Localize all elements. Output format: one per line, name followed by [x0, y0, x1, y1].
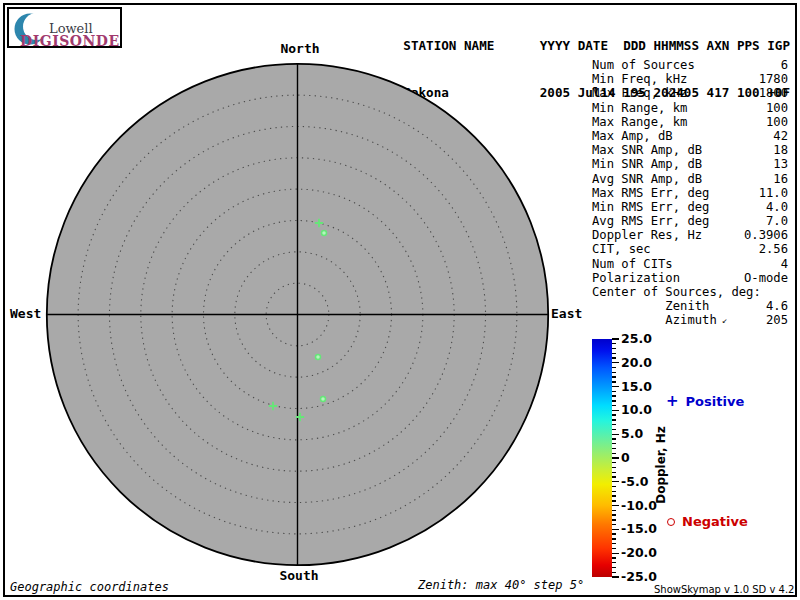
stats-row: Max Freq, kHz1800	[592, 86, 788, 100]
colorbar-minor-tick	[612, 391, 616, 392]
colorbar-minor-tick	[612, 557, 616, 558]
stats-row: Min RMS Err, deg4.0	[592, 200, 788, 214]
stats-value: 42	[773, 129, 788, 143]
colorbar-tick-label: -25.0	[621, 570, 669, 584]
stats-label: CIT, sec	[592, 242, 651, 256]
stats-row: PolarizationO-mode	[592, 271, 788, 285]
stats-value: 16	[773, 172, 788, 186]
colorbar-minor-tick	[612, 467, 616, 468]
stats-label: Max Freq, kHz	[592, 86, 687, 100]
colorbar-minor-tick	[612, 376, 616, 377]
compass-label-east: East	[551, 306, 582, 321]
stats-label: Avg SNR Amp, dB	[592, 172, 702, 186]
colorbar-major-tick	[612, 457, 619, 458]
colorbar-minor-tick	[612, 357, 616, 358]
stats-row: Avg SNR Amp, dB16	[592, 172, 788, 186]
colorbar-minor-tick	[612, 486, 616, 487]
compass-label-west: West	[10, 306, 41, 321]
colorbar-minor-tick	[612, 543, 616, 544]
colorbar-minor-tick	[612, 519, 616, 520]
colorbar-major-tick	[612, 505, 619, 506]
colorbar-minor-tick	[612, 538, 616, 539]
stats-row: Num of CITs4	[592, 257, 788, 271]
colorbar-axis-title: Doppler, Hz	[654, 426, 668, 504]
colorbar-tick-label: 25.0	[621, 332, 669, 346]
colorbar-minor-tick	[612, 348, 616, 349]
stats-label: Max Range, km	[592, 115, 687, 129]
colorbar-tick-label: 10.0	[621, 403, 669, 417]
stats-label: Max Amp, dB	[592, 129, 673, 143]
colorbar-minor-tick	[612, 572, 616, 573]
colorbar-major-tick	[612, 386, 619, 387]
stats-value: 13	[773, 157, 788, 171]
colorbar-minor-tick	[612, 495, 616, 496]
colorbar-minor-tick	[612, 524, 616, 525]
colorbar-major-tick	[612, 338, 619, 339]
stats-row: Max Range, km100	[592, 115, 788, 129]
colorbar-minor-tick	[612, 476, 616, 477]
colorbar-tick-label: 15.0	[621, 380, 669, 394]
colorbar-major-tick	[612, 576, 619, 577]
stats-label: Azimuth	[592, 313, 717, 327]
colorbar-minor-tick	[612, 395, 616, 396]
colorbar-minor-tick	[612, 353, 616, 354]
colorbar-tick-label: -20.0	[621, 546, 669, 560]
colorbar-minor-tick	[612, 491, 616, 492]
stats-value: 18	[773, 143, 788, 157]
colorbar-minor-tick	[612, 367, 616, 368]
skymap-point-negative	[316, 355, 321, 360]
stats-label: Min Freq, kHz	[592, 72, 687, 86]
stats-value: 2.56	[759, 242, 788, 256]
colorbar-minor-tick	[612, 514, 616, 515]
stats-row: Avg RMS Err, deg7.0	[592, 214, 788, 228]
colorbar-minor-tick	[612, 424, 616, 425]
colorbar-minor-tick	[612, 372, 616, 373]
showskymap-window: Lowell DIGISONDE STATION NAME YYYY DATE …	[0, 0, 800, 600]
colorbar-minor-tick	[612, 500, 616, 501]
skymap-point-negative	[322, 231, 327, 236]
colorbar-minor-tick	[612, 405, 616, 406]
stats-value: 205	[766, 313, 788, 327]
colorbar-minor-tick	[612, 419, 616, 420]
stats-label: Avg RMS Err, deg	[592, 214, 709, 228]
stats-row: Zenith4.6	[592, 299, 788, 313]
stats-row: Azimuth↙205	[592, 313, 788, 327]
colorbar-minor-tick	[612, 510, 616, 511]
legend-positive: + Positive	[666, 394, 744, 409]
stats-label: Polarization	[592, 271, 680, 285]
stats-value: 7.0	[766, 214, 788, 228]
azimuth-direction-arrow-icon: ↙	[722, 313, 727, 327]
stats-row: Num of Sources6	[592, 58, 788, 72]
stats-value: 100	[766, 101, 788, 115]
stats-label: Min RMS Err, deg	[592, 200, 709, 214]
compass-label-south: South	[279, 568, 318, 583]
colorbar-minor-tick	[612, 443, 616, 444]
colorbar-major-tick	[612, 434, 619, 435]
stats-label: Min SNR Amp, dB	[592, 157, 702, 171]
stats-label: Num of Sources	[592, 58, 695, 72]
stats-row: Min SNR Amp, dB13	[592, 157, 788, 171]
colorbar-minor-tick	[612, 453, 616, 454]
colorbar-minor-tick	[612, 438, 616, 439]
stats-label: Center of Sources, deg:	[592, 285, 761, 299]
legend-negative: Negative	[667, 514, 748, 529]
colorbar-major-tick	[612, 481, 619, 482]
stats-value: 1780	[759, 72, 788, 86]
stats-value: 6	[781, 58, 788, 72]
colorbar-major-tick	[612, 553, 619, 554]
skymap-point-negative	[321, 397, 326, 402]
stats-row: Max SNR Amp, dB18	[592, 143, 788, 157]
colorbar-minor-tick	[612, 567, 616, 568]
colorbar-gradient	[592, 339, 612, 577]
stats-label: Max RMS Err, deg	[592, 186, 709, 200]
colorbar-tick-label: -15.0	[621, 522, 669, 536]
colorbar-minor-tick	[612, 548, 616, 549]
stats-row: Max RMS Err, deg11.0	[592, 186, 788, 200]
stats-value: 4	[781, 257, 788, 271]
stats-value: O-mode	[744, 271, 788, 285]
stats-label: Min Range, km	[592, 101, 687, 115]
stats-value: 100	[766, 115, 788, 129]
colorbar-minor-tick	[612, 462, 616, 463]
stats-row: Doppler Res, Hz0.3906	[592, 228, 788, 242]
colorbar-minor-tick	[612, 448, 616, 449]
